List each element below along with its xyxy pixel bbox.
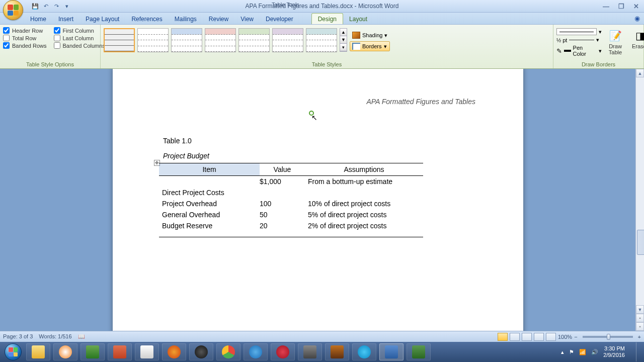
taskbar-chrome[interactable]: [216, 343, 240, 360]
taskbar-word[interactable]: [379, 343, 404, 360]
taskbar-project[interactable]: [407, 343, 431, 360]
close-button[interactable]: ✕: [633, 3, 639, 10]
prev-page-icon[interactable]: ◦: [636, 314, 644, 322]
gallery-down-icon[interactable]: ▼: [340, 36, 347, 44]
table-header-cell[interactable]: Item: [159, 163, 260, 176]
tab-home[interactable]: Home: [24, 14, 52, 24]
qat-more-icon[interactable]: ▾: [63, 2, 71, 10]
tab-review[interactable]: Review: [203, 14, 234, 24]
zoom-slider[interactable]: [583, 336, 633, 338]
taskbar-notepad[interactable]: [135, 343, 159, 360]
table-style-thumb[interactable]: [205, 28, 236, 52]
tab-developer[interactable]: Developer: [260, 14, 299, 24]
chk-first-column[interactable]: First Column: [54, 27, 105, 34]
table-style-thumb[interactable]: [238, 28, 270, 52]
office-button[interactable]: [3, 0, 23, 20]
chk-banded-columns[interactable]: Banded Columns: [54, 42, 105, 49]
running-head[interactable]: APA Formatted Figures and Tables: [366, 98, 475, 106]
tray-action-center-icon[interactable]: ⚑: [569, 349, 574, 355]
tab-mailings[interactable]: Mailings: [169, 14, 203, 24]
vertical-scrollbar[interactable]: ▲ ▼ ◦ ◦: [635, 69, 644, 331]
zoom-level[interactable]: 100%: [558, 334, 572, 340]
chk-total-row[interactable]: Total Row: [3, 35, 47, 41]
draw-table-button[interactable]: 📝 Draw Table: [605, 26, 626, 57]
taskbar-explorer[interactable]: [26, 343, 50, 360]
tab-references[interactable]: References: [125, 14, 168, 24]
taskbar-skype[interactable]: [352, 343, 376, 360]
chk-last-column[interactable]: Last Column: [54, 35, 105, 41]
line-weight-selector[interactable]: ½ pt ▾: [556, 37, 602, 43]
contextual-tab-label: Table Tools: [272, 2, 299, 8]
taskbar-kindle[interactable]: [325, 343, 349, 360]
view-web-layout[interactable]: [522, 333, 532, 341]
table-row: Project Overhead10010% of direct project…: [159, 198, 423, 209]
table-header-cell[interactable]: Value: [260, 163, 305, 176]
table-style-thumb[interactable]: [171, 28, 202, 52]
taskbar-ie[interactable]: [244, 343, 268, 360]
table-style-thumb[interactable]: [272, 28, 303, 52]
table-style-thumb[interactable]: [104, 28, 135, 52]
taskbar-hp[interactable]: [189, 343, 213, 360]
table-title[interactable]: Project Budget: [163, 152, 209, 160]
taskbar: ▴ ⚑ 📶 🔊 3:30 PM2/9/2016: [0, 342, 644, 362]
spellcheck-icon[interactable]: 📖: [78, 333, 85, 340]
table-header-cell[interactable]: Assumptions: [305, 163, 423, 176]
table-number[interactable]: Table 1.0: [163, 137, 192, 145]
zoom-out-button[interactable]: −: [574, 334, 577, 340]
view-full-screen[interactable]: [510, 333, 520, 341]
tab-design[interactable]: Design: [311, 13, 343, 24]
zoom-in-button[interactable]: +: [638, 334, 641, 340]
status-words[interactable]: Words: 1/516: [39, 333, 71, 340]
undo-icon[interactable]: ↶: [42, 2, 50, 10]
tab-layout[interactable]: Layout: [343, 14, 373, 24]
table-style-thumb[interactable]: [137, 28, 169, 52]
apa-table[interactable]: Item Value Assumptions $1,000From a bott…: [159, 163, 423, 237]
eraser-button[interactable]: ◨ Eraser: [629, 26, 644, 57]
line-style-selector[interactable]: [556, 28, 597, 35]
tray-network-icon[interactable]: 📶: [579, 349, 586, 355]
chk-banded-rows[interactable]: Banded Rows: [3, 42, 47, 49]
group-label-draw-borders: Draw Borders: [556, 60, 640, 68]
taskbar-opera[interactable]: [271, 343, 295, 360]
gallery-scroll: ▲ ▼ ▾: [340, 28, 347, 52]
borders-button[interactable]: Borders ▾: [350, 41, 390, 51]
status-page[interactable]: Page: 3 of 3: [3, 333, 33, 340]
save-icon[interactable]: 💾: [31, 2, 39, 10]
tab-page-layout[interactable]: Page Layout: [79, 14, 125, 24]
start-button[interactable]: [3, 342, 23, 362]
redo-icon[interactable]: ↷: [52, 2, 60, 10]
taskbar-media-player[interactable]: [53, 343, 77, 360]
title-bar: 💾 ↶ ↷ ▾ APA Formatted Figures and Tables…: [0, 0, 644, 13]
minimize-button[interactable]: —: [603, 3, 609, 10]
status-bar: Page: 3 of 3 Words: 1/516 📖 100% − +: [0, 331, 644, 342]
pen-color-button[interactable]: ✎ Pen Color ▾: [556, 45, 602, 57]
table-style-thumb[interactable]: [306, 28, 337, 52]
view-draft[interactable]: [546, 333, 556, 341]
shading-button[interactable]: Shading ▾: [350, 30, 390, 40]
eraser-icon: ◨: [632, 28, 644, 43]
taskbar-snipping[interactable]: [108, 343, 132, 360]
scroll-thumb[interactable]: [637, 230, 644, 255]
taskbar-app1[interactable]: [298, 343, 322, 360]
scroll-down-icon[interactable]: ▼: [636, 305, 644, 314]
page[interactable]: APA Formatted Figures and Tables Table 1…: [113, 69, 523, 331]
tab-insert[interactable]: Insert: [52, 14, 79, 24]
view-outline[interactable]: [534, 333, 544, 341]
tray-clock[interactable]: 3:30 PM2/9/2016: [603, 345, 628, 358]
gallery-up-icon[interactable]: ▲: [340, 29, 347, 36]
next-page-icon[interactable]: ◦: [636, 322, 644, 331]
view-print-layout[interactable]: [498, 333, 508, 341]
chk-header-row[interactable]: Header Row: [3, 27, 47, 34]
taskbar-excel[interactable]: [80, 343, 105, 360]
tray-show-hidden-icon[interactable]: ▴: [561, 349, 564, 355]
taskbar-firefox[interactable]: [162, 343, 186, 360]
maximize-button[interactable]: ❐: [618, 3, 624, 10]
document-area[interactable]: APA Formatted Figures and Tables Table 1…: [0, 69, 644, 331]
gallery-more-icon[interactable]: ▾: [340, 44, 347, 51]
show-desktop-button[interactable]: [636, 342, 641, 361]
tab-view[interactable]: View: [234, 14, 260, 24]
scroll-up-icon[interactable]: ▲: [636, 69, 644, 77]
tray-volume-icon[interactable]: 🔊: [591, 349, 598, 355]
help-icon[interactable]: ◉: [634, 15, 640, 22]
quick-access-toolbar: 💾 ↶ ↷ ▾: [31, 2, 71, 10]
